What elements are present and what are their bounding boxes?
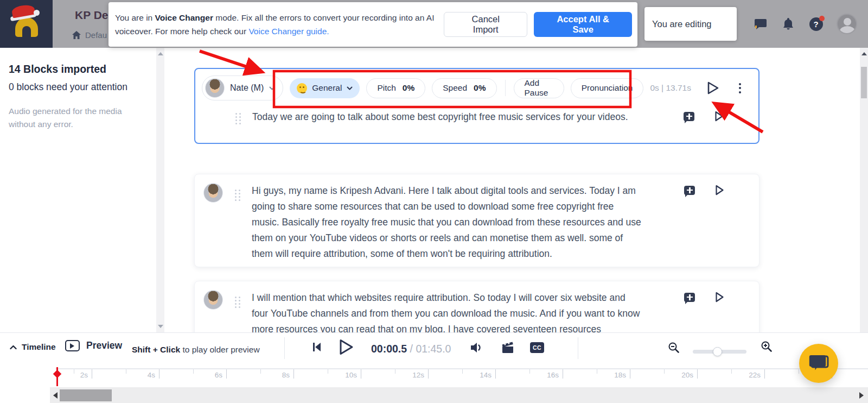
block-card-selected[interactable]: Nate (M) General Pitch 0% Speed 0% Add P… [194,68,760,144]
block-card[interactable]: Hi guys, my name is Kripesh Advani. Here… [194,174,760,267]
voice-name: Nate (M) [230,83,264,93]
total-time: 01:45.0 [416,343,451,355]
scrollbar-thumb[interactable] [60,389,112,401]
add-pause-button[interactable]: Add Pause [514,78,564,98]
block-text[interactable]: I will mention that which websites requi… [252,290,641,332]
play-icon [715,292,724,303]
playhead-marker[interactable] [56,367,58,386]
ruler-segment: 22s [698,369,765,379]
speed-value: 0% [474,83,486,93]
editing-status-label: You are editing [652,19,711,29]
help-icon[interactable]: ? [809,17,823,31]
skip-to-start-button[interactable] [312,342,322,352]
zoom-in-button[interactable] [761,341,773,352]
play-button[interactable] [339,338,354,356]
voice-avatar [205,78,225,98]
add-comment-icon[interactable] [684,186,695,195]
scroll-left-icon[interactable] [53,392,58,399]
speed-control[interactable]: Speed 0% [432,78,496,98]
accept-all-save-button[interactable]: Accept All & Save [534,12,632,37]
speed-label: Speed [443,83,467,93]
audio-generated-note: Audio generated for the media without an… [9,105,144,131]
playback-time: 00:00.5 / 01:45.0 [371,343,451,355]
scenes-button[interactable] [501,341,514,354]
volume-button[interactable] [470,342,483,354]
breadcrumb[interactable]: Defau [72,30,107,40]
chevron-down-icon [269,85,275,91]
banner-text: You are in Voice Changer mode. Fix all t… [115,11,444,38]
blocks-imported-title: 14 Blocks imported [9,63,144,75]
preview-icon [65,340,80,351]
help-notification-dot [819,16,825,21]
voice-changer-guide-link[interactable]: Voice Changer guide. [248,27,329,36]
sidebar-scrollbar[interactable] [156,48,164,332]
app-logo[interactable] [0,0,53,48]
zoom-out-button[interactable] [668,342,680,354]
timeline-ruler[interactable]: 2s 4s 6s 8s 10s 12s 14s 16s 18s 20s 22s [55,368,868,386]
drag-handle-icon[interactable] [235,297,240,308]
block-duration: 0s | 13.71s [650,83,691,93]
film-clapper-icon [501,341,514,354]
captions-button[interactable]: CC [530,342,544,353]
ruler-segment: 18s [563,369,630,379]
timeline-scrollbar[interactable] [50,387,868,403]
divider [284,337,285,359]
preview-button[interactable]: Preview [65,340,122,351]
block-row-play-button[interactable] [715,292,724,303]
zoom-in-icon [761,341,773,352]
scroll-up-icon[interactable] [158,52,163,55]
current-time: 00:00.5 [371,343,407,355]
block-row-play-button[interactable] [715,185,724,196]
chevron-up-icon [10,345,17,350]
chat-bubbles-icon [808,353,829,374]
play-icon [339,338,354,356]
pitch-value: 0% [403,83,414,93]
scroll-down-icon[interactable] [158,325,163,328]
playback-hint: Shift + Click to play older preview [132,345,260,355]
scrollbar-thumb[interactable] [861,67,867,98]
pitch-label: Pitch [377,83,395,93]
ruler-segment: 8s [227,369,294,379]
block-row-play-button[interactable] [714,111,724,122]
drag-handle-icon[interactable] [235,190,240,201]
voice-selector[interactable]: Nate (M) [202,75,283,100]
timeline-toggle[interactable]: Timeline [10,342,56,352]
block-play-button[interactable] [706,81,719,95]
timeline-panel: Timeline Preview Shift + Click to play o… [0,332,868,403]
play-icon [715,185,724,196]
user-avatar[interactable] [837,14,857,34]
scroll-right-icon[interactable] [859,392,864,399]
style-selector[interactable]: General [290,78,360,98]
divider [578,337,578,359]
drag-handle-icon[interactable] [235,113,241,124]
block-card[interactable]: I will mention that which websites requi… [194,281,760,332]
timeline-zoom-slider[interactable] [693,350,746,354]
block-text[interactable]: Today we are going to talk about some be… [252,109,642,125]
pronunciation-button[interactable]: Pronunciation [571,78,644,98]
play-icon [706,81,719,95]
block-menu-button[interactable] [736,81,744,96]
add-comment-icon[interactable] [684,112,694,121]
slider-thumb[interactable] [713,347,722,356]
feedback-icon[interactable] [754,17,768,31]
content-scrollbar[interactable] [860,48,868,332]
ruler-segment: 20s [630,369,698,379]
notifications-bell-icon[interactable] [781,17,795,31]
blocks-attention-subtitle: 0 blocks need your attention [9,80,144,94]
cancel-import-button[interactable]: Cancel Import [444,12,527,37]
divider [505,80,506,96]
ruler-segment: 4s [92,369,159,379]
style-label: General [312,83,342,93]
project-title: KP De [75,9,108,22]
smiley-icon [297,83,307,93]
breadcrumb-label: Defau [85,30,107,40]
murf-logo-icon [13,13,40,38]
add-comment-icon[interactable] [684,293,695,302]
play-icon [714,111,724,122]
support-chat-button[interactable] [799,344,838,383]
block-text[interactable]: Hi guys, my name is Kripesh Advani. Here… [252,183,641,262]
cc-icon: CC [530,342,544,353]
preview-label: Preview [86,340,122,351]
scroll-up-icon[interactable] [861,52,867,55]
pitch-control[interactable]: Pitch 0% [366,78,425,98]
